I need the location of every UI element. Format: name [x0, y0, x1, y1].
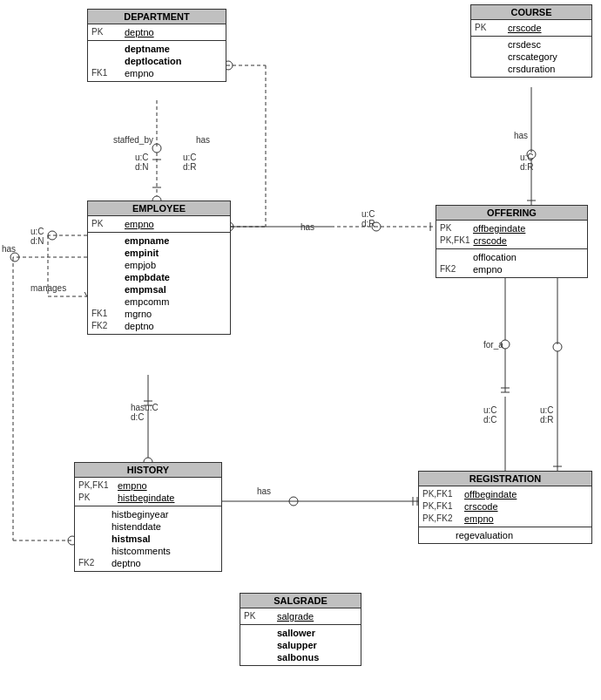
registration-header: REGISTRATION: [419, 472, 591, 486]
label-for-a: for_a: [483, 340, 503, 350]
history-histbeginyear: histbeginyear: [111, 509, 168, 520]
employee-empjob: empjob: [125, 260, 156, 270]
history-histcomments: histcomments: [111, 546, 171, 556]
label-hasu-dc: hasu:Cd:C: [131, 403, 159, 422]
employee-header: EMPLOYEE: [88, 201, 230, 216]
course-header: COURSE: [471, 5, 591, 20]
course-crsdesc: crsdesc: [508, 39, 541, 50]
salgrade-attr-section: sallower salupper salbonus: [240, 625, 361, 665]
course-pk-label: PK: [475, 23, 508, 32]
registration-pk-section: PK,FK1 offbegindate PK,FK1 crscode PK,FK…: [419, 486, 591, 527]
department-header: DEPARTMENT: [88, 10, 226, 24]
employee-empbdate: empbdate: [125, 272, 170, 282]
salgrade-salgrade: salgrade: [277, 611, 314, 622]
employee-empname: empname: [125, 235, 169, 246]
label-manages: manages: [30, 283, 66, 293]
offering-pk-section: PK offbegindate PK,FK1 crscode: [436, 221, 587, 249]
offering-pkfk1-label: PK,FK1: [440, 235, 473, 245]
course-pk-section: PK crscode: [471, 20, 591, 37]
registration-pkfk2-label: PK,FK2: [422, 513, 464, 523]
label-uc-dn-1: u:Cd:N: [135, 153, 149, 172]
label-has-course-off: has: [514, 131, 528, 140]
offering-empno: empno: [473, 264, 503, 275]
svg-point-1: [152, 144, 161, 153]
label-has-hist-reg: has: [257, 486, 271, 496]
history-pk-label: PK: [78, 493, 118, 502]
label-has-left: has: [2, 244, 16, 254]
label-has-dept: has: [196, 135, 210, 145]
history-histenddate: histenddate: [111, 521, 161, 532]
svg-point-34: [289, 497, 298, 506]
history-histbegindate: histbegindate: [118, 493, 174, 503]
label-uc-dn-manages: u:Cd:N: [30, 227, 44, 246]
diagram-container: staffed_by has u:Cd:N u:Cd:R u:Cd:N mana…: [0, 0, 601, 700]
department-fk1-label: FK1: [91, 68, 125, 78]
history-empno: empno: [118, 480, 147, 491]
label-uc-dr-course: u:Cd:R: [520, 153, 534, 172]
employee-pk-label: PK: [91, 219, 125, 228]
offering-header: OFFERING: [436, 206, 587, 221]
registration-regevaluation: regevaluation: [456, 530, 513, 540]
salgrade-sallower: sallower: [277, 628, 315, 638]
department-empno: empno: [125, 68, 154, 78]
offering-fk2-label: FK2: [440, 264, 473, 274]
course-attr-section: crsdesc crscategory crsduration: [471, 37, 591, 77]
salgrade-salupper: salupper: [277, 640, 317, 650]
entity-offering: OFFERING PK offbegindate PK,FK1 crscode …: [436, 205, 588, 278]
label-uc-dr-off-reg: u:Cd:R: [540, 405, 554, 425]
svg-point-48: [553, 343, 562, 351]
label-uc-dr-1: u:Cd:R: [183, 153, 197, 172]
registration-pkfk1-label: PK,FK1: [422, 489, 464, 499]
entity-history: HISTORY PK,FK1 empno PK histbegindate hi…: [74, 462, 222, 572]
entity-registration: REGISTRATION PK,FK1 offbegindate PK,FK1 …: [418, 471, 592, 544]
offering-pk-label: PK: [440, 223, 473, 233]
offering-offbegindate: offbegindate: [473, 223, 525, 234]
department-deptname: deptname: [125, 44, 170, 54]
entity-salgrade: SALGRADE PK salgrade sallower salupper s…: [240, 593, 361, 666]
department-attr-section: deptname deptlocation FK1 empno: [88, 41, 226, 81]
history-deptno: deptno: [111, 558, 141, 568]
registration-attr-section: regevaluation: [419, 527, 591, 543]
registration-pkfk1-2-label: PK,FK1: [422, 501, 464, 511]
offering-offlocation: offlocation: [473, 252, 517, 262]
course-crscategory: crscategory: [508, 51, 557, 62]
employee-fk2-label: FK2: [91, 321, 125, 330]
history-pk-section: PK,FK1 empno PK histbegindate: [75, 478, 221, 506]
employee-pk-section: PK empno: [88, 216, 230, 233]
entity-employee: EMPLOYEE PK empno empname empinit empjob: [87, 200, 231, 335]
label-staffed-by: staffed_by: [113, 135, 153, 145]
offering-attr-section: offlocation FK2 empno: [436, 249, 587, 277]
history-header: HISTORY: [75, 463, 221, 478]
employee-mgrno: mgrno: [125, 309, 152, 319]
course-crsduration: crsduration: [508, 64, 555, 74]
employee-empmsal: empmsal: [125, 284, 166, 295]
employee-empno: empno: [125, 219, 154, 229]
registration-offbegindate: offbegindate: [464, 489, 517, 500]
history-histmsal: histmsal: [111, 533, 151, 544]
employee-empcomm: empcomm: [125, 296, 169, 307]
entity-department: DEPARTMENT PK deptno deptname deptlocati…: [87, 9, 226, 82]
history-attr-section: histbeginyear histenddate histmsal histc…: [75, 506, 221, 571]
registration-empno: empno: [464, 513, 494, 524]
history-pkfk1-label: PK,FK1: [78, 480, 118, 490]
employee-empinit: empinit: [125, 248, 159, 258]
employee-deptno: deptno: [125, 321, 154, 331]
course-crscode: crscode: [508, 23, 542, 33]
history-fk2-label: FK2: [78, 558, 111, 567]
employee-fk1-label: FK1: [91, 309, 125, 318]
department-pk-section: PK deptno: [88, 24, 226, 41]
employee-attr-section: empname empinit empjob empbdate empmsal …: [88, 233, 230, 334]
department-deptlocation: deptlocation: [125, 56, 181, 66]
registration-crscode: crscode: [464, 501, 498, 512]
label-uc-dr-emp-off: u:Cd:R: [361, 209, 375, 228]
label-uc-dc-off: u:Cd:C: [483, 405, 497, 425]
salgrade-salbonus: salbonus: [277, 652, 319, 663]
salgrade-pk-label: PK: [244, 611, 277, 621]
department-pk-label: PK: [91, 27, 125, 37]
salgrade-header: SALGRADE: [240, 594, 361, 608]
offering-crscode: crscode: [473, 235, 507, 246]
department-deptno: deptno: [125, 27, 154, 37]
label-has-emp-off: has: [300, 222, 314, 232]
svg-point-19: [48, 231, 57, 240]
entity-course: COURSE PK crscode crsdesc crscategory cr…: [470, 4, 592, 78]
